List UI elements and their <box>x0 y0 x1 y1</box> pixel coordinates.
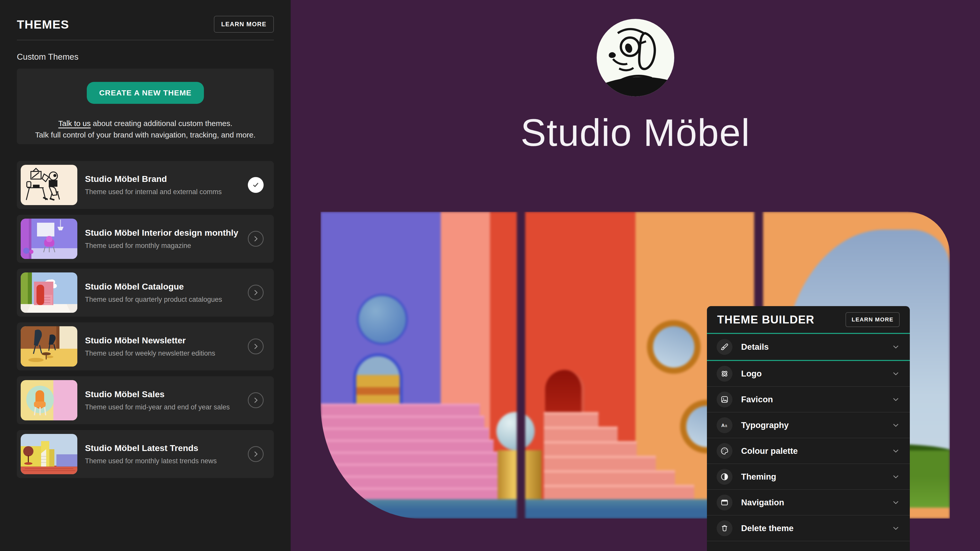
divider <box>17 40 274 40</box>
chevron-down-icon <box>891 498 900 507</box>
custom-themes-heading: Custom Themes <box>17 52 274 62</box>
theme-thumbnail <box>21 219 77 259</box>
scene-round-window-1 <box>647 320 700 374</box>
theme-card-text: Studio Möbel Sales Theme used for mid-ye… <box>85 389 248 411</box>
theme-builder-title: THEME BUILDER <box>717 313 815 326</box>
theme-thumbnail <box>21 272 77 313</box>
builder-row-navigation[interactable]: Navigation <box>707 490 910 516</box>
svg-text:A: A <box>721 423 724 428</box>
theme-builder-header: THEME BUILDER LEARN MORE <box>707 306 910 333</box>
themes-sidebar: THEMES LEARN MORE Custom Themes CREATE A… <box>0 0 291 551</box>
window-icon <box>717 495 732 510</box>
create-new-theme-button[interactable]: CREATE A NEW THEME <box>87 82 204 104</box>
theme-description: Theme used for monthly latest trends new… <box>85 457 248 465</box>
builder-row-details[interactable]: Details <box>707 334 910 361</box>
builder-row-typography[interactable]: Aa Typography <box>707 413 910 438</box>
theme-thumbnail <box>21 326 77 367</box>
paintbrush-icon <box>717 339 732 355</box>
chevron-down-icon <box>891 447 900 455</box>
page-title: THEMES <box>17 17 69 32</box>
chevron-down-icon <box>891 524 900 533</box>
builder-row-theming[interactable]: Theming <box>707 464 910 490</box>
theme-card-newsletter[interactable]: Studio Möbel Newsletter Theme used for w… <box>17 322 274 370</box>
open-theme-chevron-icon[interactable] <box>248 285 264 300</box>
open-theme-chevron-icon[interactable] <box>248 231 264 247</box>
theme-thumbnail <box>21 165 77 205</box>
builder-row-delete-theme[interactable]: Delete theme <box>707 516 910 541</box>
chevron-down-icon <box>891 421 900 430</box>
builder-learn-more-button[interactable]: LEARN MORE <box>845 312 900 327</box>
theme-thumbnail <box>21 380 77 421</box>
scene-divider-bar <box>517 212 525 519</box>
promo-line1-text: about creating additional custom themes. <box>91 119 232 127</box>
theme-title: Studio Möbel Sales <box>85 389 248 399</box>
theme-card-text: Studio Möbel Catalogue Theme used for qu… <box>85 282 248 303</box>
theme-title: Studio Möbel Newsletter <box>85 335 248 345</box>
theme-title: Studio Möbel Interior design monthly <box>85 228 248 238</box>
theme-description: Theme used for internal and external com… <box>85 188 248 196</box>
builder-row-colour-palette[interactable]: Colour palette <box>707 438 910 464</box>
selected-check-icon <box>248 177 264 193</box>
typography-icon: Aa <box>717 417 732 433</box>
theme-card-trends[interactable]: Studio Möbel Latest Trends Theme used fo… <box>17 430 274 478</box>
scene-floor <box>321 499 763 519</box>
open-theme-chevron-icon[interactable] <box>248 446 264 462</box>
theme-description: Theme used for mid-year and end of year … <box>85 403 248 411</box>
talk-to-us-link[interactable]: Talk to us <box>58 119 91 127</box>
theme-builder-rows: Details Logo Favicon Aa Typography Colou… <box>707 334 910 541</box>
theme-list: Studio Möbel Brand Theme used for intern… <box>17 161 274 478</box>
theme-description: Theme used for quarterly product catalog… <box>85 295 248 303</box>
theme-thumbnail <box>21 434 77 474</box>
builder-row-logo[interactable]: Logo <box>707 361 910 387</box>
builder-row-favicon[interactable]: Favicon <box>707 387 910 413</box>
svg-text:a: a <box>725 424 727 428</box>
trash-icon <box>717 520 732 536</box>
theme-description: Theme used for weekly newsletter edition… <box>85 349 248 357</box>
studio-mobel-logo-icon <box>595 17 676 98</box>
theme-card-text: Studio Möbel Latest Trends Theme used fo… <box>85 443 248 465</box>
brand-header: Studio Möbel <box>291 0 980 155</box>
theme-preview-area: Studio Möbel <box>291 0 980 551</box>
theme-builder-panel: THEME BUILDER LEARN MORE Details Logo Fa… <box>707 306 910 551</box>
themes-learn-more-button[interactable]: LEARN MORE <box>214 16 274 33</box>
theme-card-interior[interactable]: Studio Möbel Interior design monthly The… <box>17 215 274 263</box>
theme-card-text: Studio Möbel Newsletter Theme used for w… <box>85 335 248 357</box>
open-theme-chevron-icon[interactable] <box>248 392 264 408</box>
brand-name-text: Studio Möbel <box>291 111 980 155</box>
contrast-icon <box>717 469 732 485</box>
promo-line2-text: Talk full control of your brand with nav… <box>17 129 274 141</box>
palette-icon <box>717 443 732 459</box>
theme-card-catalogue[interactable]: Studio Möbel Catalogue Theme used for qu… <box>17 268 274 317</box>
create-theme-box: CREATE A NEW THEME Talk to us about crea… <box>17 68 274 144</box>
open-theme-chevron-icon[interactable] <box>248 338 264 354</box>
chevron-down-icon <box>891 343 900 351</box>
chevron-down-icon <box>891 472 900 481</box>
theme-card-text: Studio Möbel Interior design monthly The… <box>85 228 248 250</box>
themes-page: THEMES LEARN MORE Custom Themes CREATE A… <box>0 0 980 551</box>
image-icon <box>717 392 732 407</box>
logo-mark-icon <box>717 366 732 382</box>
custom-themes-promo-text: Talk to us about creating additional cus… <box>17 118 274 141</box>
theme-title: Studio Möbel Catalogue <box>85 282 248 292</box>
theme-title: Studio Möbel Latest Trends <box>85 443 248 453</box>
chevron-down-icon <box>891 395 900 404</box>
theme-card-brand[interactable]: Studio Möbel Brand Theme used for intern… <box>17 161 274 209</box>
scene-porthole <box>357 294 408 345</box>
theme-title: Studio Möbel Brand <box>85 174 248 184</box>
chevron-down-icon <box>891 369 900 378</box>
scene-sphere <box>496 412 535 450</box>
theme-card-sales[interactable]: Studio Möbel Sales Theme used for mid-ye… <box>17 376 274 424</box>
theme-description: Theme used for monthly magazine <box>85 242 248 250</box>
theme-card-text: Studio Möbel Brand Theme used for intern… <box>85 174 248 196</box>
sidebar-header: THEMES LEARN MORE <box>17 0 274 33</box>
